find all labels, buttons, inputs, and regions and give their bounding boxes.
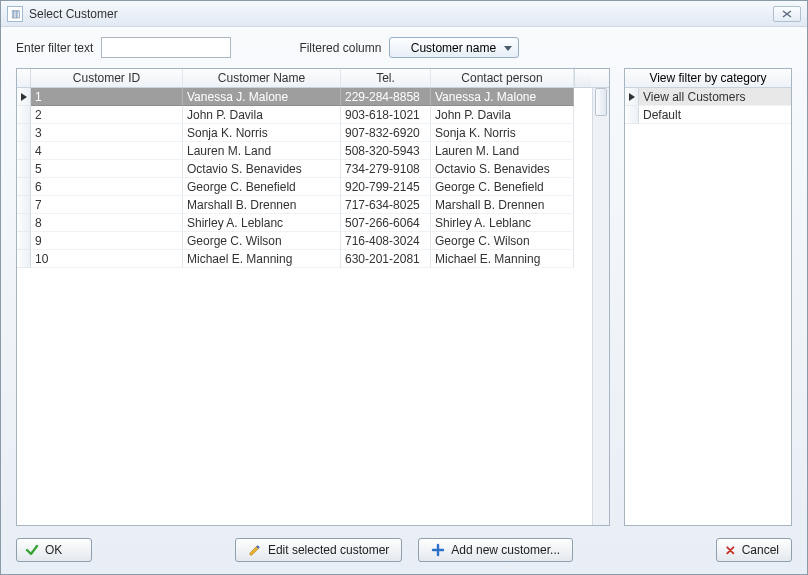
add-customer-button[interactable]: Add new customer... bbox=[418, 538, 573, 562]
cell-contact: Shirley A. Leblanc bbox=[431, 214, 574, 232]
edit-button-label: Edit selected customer bbox=[268, 543, 389, 557]
cell-tel: 229-284-8858 bbox=[341, 88, 431, 106]
table-row[interactable]: 3Sonja K. Norris907-832-6920Sonja K. Nor… bbox=[17, 124, 592, 142]
row-indicator bbox=[17, 178, 31, 196]
row-indicator bbox=[17, 88, 31, 106]
edit-customer-button[interactable]: Edit selected customer bbox=[235, 538, 402, 562]
ok-button-label: OK bbox=[45, 543, 62, 557]
cell-id: 1 bbox=[31, 88, 183, 106]
column-header-name[interactable]: Customer Name bbox=[183, 69, 341, 87]
cancel-button[interactable]: Cancel bbox=[716, 538, 792, 562]
cell-contact: Michael E. Manning bbox=[431, 250, 574, 268]
row-indicator bbox=[625, 106, 639, 124]
cell-contact: Octavio S. Benavides bbox=[431, 160, 574, 178]
cancel-button-label: Cancel bbox=[742, 543, 779, 557]
grid-body: 1Vanessa J. Malone229-284-8858Vanessa J.… bbox=[17, 88, 609, 525]
main-area: Customer ID Customer Name Tel. Contact p… bbox=[16, 68, 792, 526]
row-indicator-header bbox=[17, 69, 31, 87]
cell-tel: 907-832-6920 bbox=[341, 124, 431, 142]
cell-name: Octavio S. Benavides bbox=[183, 160, 341, 178]
cell-tel: 717-634-8025 bbox=[341, 196, 431, 214]
cell-name: George C. Benefield bbox=[183, 178, 341, 196]
table-row[interactable]: 4Lauren M. Land508-320-5943Lauren M. Lan… bbox=[17, 142, 592, 160]
category-item[interactable]: Default bbox=[625, 106, 791, 124]
close-button[interactable] bbox=[773, 6, 801, 22]
column-header-contact[interactable]: Contact person bbox=[431, 69, 574, 87]
pencil-icon bbox=[248, 543, 262, 557]
close-icon bbox=[782, 10, 792, 18]
window-title: Select Customer bbox=[29, 7, 773, 21]
row-indicator bbox=[17, 250, 31, 268]
cell-id: 5 bbox=[31, 160, 183, 178]
filter-text-label: Enter filter text bbox=[16, 41, 93, 55]
cell-id: 3 bbox=[31, 124, 183, 142]
cell-id: 9 bbox=[31, 232, 183, 250]
scrollbar-corner bbox=[574, 69, 591, 87]
cell-name: John P. Davila bbox=[183, 106, 341, 124]
cell-tel: 630-201-2081 bbox=[341, 250, 431, 268]
cell-tel: 716-408-3024 bbox=[341, 232, 431, 250]
category-item-label: Default bbox=[639, 106, 791, 124]
row-indicator bbox=[17, 142, 31, 160]
cell-name: Lauren M. Land bbox=[183, 142, 341, 160]
table-row[interactable]: 8Shirley A. Leblanc507-266-6064Shirley A… bbox=[17, 214, 592, 232]
cell-tel: 734-279-9108 bbox=[341, 160, 431, 178]
add-button-label: Add new customer... bbox=[451, 543, 560, 557]
plus-icon bbox=[431, 543, 445, 557]
ok-button[interactable]: OK bbox=[16, 538, 92, 562]
cell-contact: Vanessa J. Malone bbox=[431, 88, 574, 106]
scrollbar-thumb[interactable] bbox=[595, 88, 607, 116]
table-row[interactable]: 1Vanessa J. Malone229-284-8858Vanessa J.… bbox=[17, 88, 592, 106]
cell-name: Sonja K. Norris bbox=[183, 124, 341, 142]
cell-tel: 507-266-6064 bbox=[341, 214, 431, 232]
customer-grid: Customer ID Customer Name Tel. Contact p… bbox=[16, 68, 610, 526]
table-row[interactable]: 10Michael E. Manning630-201-2081Michael … bbox=[17, 250, 592, 268]
cell-contact: John P. Davila bbox=[431, 106, 574, 124]
cell-tel: 903-618-1021 bbox=[341, 106, 431, 124]
table-row[interactable]: 2John P. Davila903-618-1021John P. Davil… bbox=[17, 106, 592, 124]
filter-bar: Enter filter text Filtered column Custom… bbox=[16, 37, 792, 68]
cell-id: 7 bbox=[31, 196, 183, 214]
row-indicator bbox=[17, 214, 31, 232]
table-row[interactable]: 7Marshall B. Drennen717-634-8025Marshall… bbox=[17, 196, 592, 214]
category-item-label: View all Customers bbox=[639, 88, 791, 106]
vertical-scrollbar[interactable] bbox=[592, 88, 609, 525]
row-indicator bbox=[17, 196, 31, 214]
filter-text-input[interactable] bbox=[101, 37, 231, 58]
filtered-column-label: Filtered column bbox=[299, 41, 381, 55]
select-customer-dialog: ▥ Select Customer Enter filter text Filt… bbox=[0, 0, 808, 575]
cross-icon bbox=[725, 543, 736, 557]
cell-contact: Lauren M. Land bbox=[431, 142, 574, 160]
cell-name: Marshall B. Drennen bbox=[183, 196, 341, 214]
check-icon bbox=[25, 543, 39, 557]
cell-name: Michael E. Manning bbox=[183, 250, 341, 268]
titlebar: ▥ Select Customer bbox=[1, 1, 807, 27]
row-indicator bbox=[17, 160, 31, 178]
cell-contact: Sonja K. Norris bbox=[431, 124, 574, 142]
cell-tel: 920-799-2145 bbox=[341, 178, 431, 196]
cell-name: Vanessa J. Malone bbox=[183, 88, 341, 106]
table-row[interactable]: 6George C. Benefield920-799-2145George C… bbox=[17, 178, 592, 196]
cell-id: 8 bbox=[31, 214, 183, 232]
cell-contact: George C. Benefield bbox=[431, 178, 574, 196]
cell-id: 10 bbox=[31, 250, 183, 268]
category-filter-panel: View filter by category View all Custome… bbox=[624, 68, 792, 526]
cell-contact: George C. Wilson bbox=[431, 232, 574, 250]
table-row[interactable]: 9George C. Wilson716-408-3024George C. W… bbox=[17, 232, 592, 250]
filtered-column-dropdown[interactable]: Customer name bbox=[389, 37, 519, 58]
row-indicator bbox=[17, 106, 31, 124]
cell-id: 4 bbox=[31, 142, 183, 160]
category-filter-header[interactable]: View filter by category bbox=[625, 69, 791, 88]
cell-id: 2 bbox=[31, 106, 183, 124]
cell-name: George C. Wilson bbox=[183, 232, 341, 250]
cell-name: Shirley A. Leblanc bbox=[183, 214, 341, 232]
row-indicator bbox=[17, 232, 31, 250]
column-header-tel[interactable]: Tel. bbox=[341, 69, 431, 87]
column-header-id[interactable]: Customer ID bbox=[31, 69, 183, 87]
content-area: Enter filter text Filtered column Custom… bbox=[1, 27, 807, 526]
table-row[interactable]: 5Octavio S. Benavides734-279-9108Octavio… bbox=[17, 160, 592, 178]
cell-tel: 508-320-5943 bbox=[341, 142, 431, 160]
row-indicator bbox=[625, 88, 639, 106]
window-icon: ▥ bbox=[7, 6, 23, 22]
category-item[interactable]: View all Customers bbox=[625, 88, 791, 106]
